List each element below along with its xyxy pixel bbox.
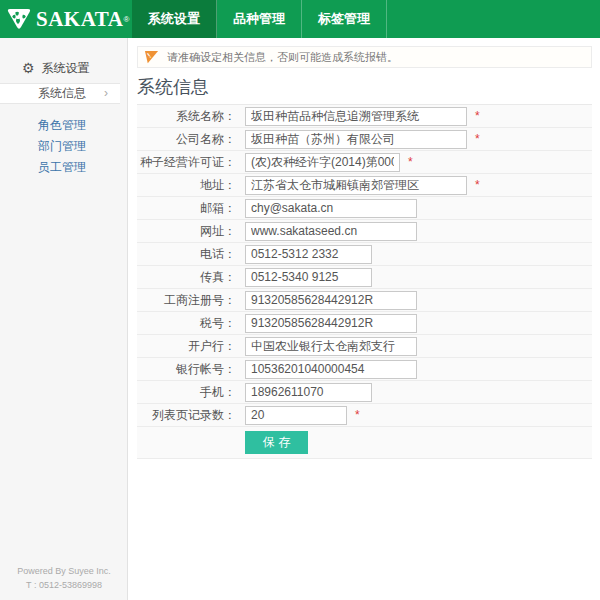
form-row-seed-license: 种子经营许可证： * (137, 151, 592, 174)
field-label: 传真： (137, 269, 241, 286)
top-nav: 系统设置 品种管理 标签管理 (132, 0, 387, 38)
page-title: 系统信息 (137, 77, 592, 98)
form-row-bank-name: 开户行： (137, 335, 592, 358)
business-reg-no-input[interactable] (245, 291, 417, 310)
sidebar-section-header: ⚙ 系统设置 (0, 38, 127, 83)
main-content: ! 请准确设定相关信息，否则可能造成系统报错。 系统信息 系统名称： * 公司名… (129, 38, 600, 600)
fax-input[interactable] (245, 268, 372, 287)
sidebar-links: 角色管理 部门管理 员工管理 (0, 104, 127, 178)
sidebar-item-label: 系统信息 (38, 86, 86, 100)
form-row-page-size: 列表页记录数： * (137, 404, 592, 427)
chevron-right-icon: › (104, 84, 108, 103)
top-header: SAKATA® 系统设置 品种管理 标签管理 (0, 0, 600, 38)
field-label: 电话： (137, 246, 241, 263)
registered-mark: ® (123, 15, 129, 24)
form-row-website: 网址： (137, 220, 592, 243)
form-actions-row: 保 存 (137, 427, 592, 459)
field-label: 公司名称： (137, 131, 241, 148)
form-row-mobile: 手机： (137, 381, 592, 404)
warning-banner: ! 请准确设定相关信息，否则可能造成系统报错。 (137, 46, 592, 68)
required-asterisk: * (408, 155, 413, 169)
form-row-tax-no: 税号： (137, 312, 592, 335)
sidebar-footer: Powered By Suyee Inc. T : 0512-53869998 (0, 565, 128, 592)
field-label: 邮箱： (137, 200, 241, 217)
seed-license-input[interactable] (245, 153, 400, 172)
required-asterisk: * (475, 132, 480, 146)
field-label: 开户行： (137, 338, 241, 355)
tax-no-input[interactable] (245, 314, 417, 333)
sidebar-section-label: 系统设置 (42, 60, 90, 77)
sidebar: ⚙ 系统设置 系统信息 › 角色管理 部门管理 员工管理 Powered By … (0, 38, 128, 600)
email-input[interactable] (245, 199, 417, 218)
required-asterisk: * (475, 109, 480, 123)
tab-system-settings[interactable]: 系统设置 (132, 0, 217, 38)
tab-label-management[interactable]: 标签管理 (302, 0, 387, 38)
sidebar-item-department-management[interactable]: 部门管理 (0, 136, 127, 157)
field-label: 种子经营许可证： (137, 154, 241, 171)
brand-name: SAKATA (36, 9, 123, 30)
website-input[interactable] (245, 222, 417, 241)
system-info-form: 系统名称： * 公司名称： * 种子经营许可证： * 地址： * 邮箱： 网址： (137, 104, 592, 459)
sakata-triangle-icon (6, 6, 32, 32)
form-row-company-name: 公司名称： * (137, 128, 592, 151)
field-label: 银行帐号： (137, 361, 241, 378)
gear-icon: ⚙ (22, 61, 35, 75)
company-name-input[interactable] (245, 130, 467, 149)
sidebar-item-system-info[interactable]: 系统信息 › (0, 83, 120, 104)
system-name-input[interactable] (245, 107, 467, 126)
footer-phone-text: T : 0512-53869998 (0, 579, 128, 593)
phone-input[interactable] (245, 245, 372, 264)
field-label: 列表页记录数： (137, 407, 241, 424)
powered-by-text: Powered By Suyee Inc. (0, 565, 128, 579)
warning-text: 请准确设定相关信息，否则可能造成系统报错。 (167, 50, 398, 65)
form-row-system-name: 系统名称： * (137, 105, 592, 128)
sidebar-item-employee-management[interactable]: 员工管理 (0, 157, 127, 178)
form-row-email: 邮箱： (137, 197, 592, 220)
field-label: 税号： (137, 315, 241, 332)
field-label: 系统名称： (137, 108, 241, 125)
form-row-phone: 电话： (137, 243, 592, 266)
field-label: 手机： (137, 384, 241, 401)
bank-name-input[interactable] (245, 337, 417, 356)
form-row-fax: 传真： (137, 266, 592, 289)
bank-account-input[interactable] (245, 360, 417, 379)
brand-logo: SAKATA® (0, 0, 128, 38)
form-row-address: 地址： * (137, 174, 592, 197)
field-label: 工商注册号： (137, 292, 241, 309)
field-label: 地址： (137, 177, 241, 194)
form-row-business-reg-no: 工商注册号： (137, 289, 592, 312)
sidebar-item-role-management[interactable]: 角色管理 (0, 115, 127, 136)
field-label: 网址： (137, 223, 241, 240)
required-asterisk: * (355, 408, 360, 422)
tab-variety-management[interactable]: 品种管理 (217, 0, 302, 38)
save-button[interactable]: 保 存 (245, 431, 308, 454)
form-row-bank-account: 银行帐号： (137, 358, 592, 381)
required-asterisk: * (475, 178, 480, 192)
page-size-input[interactable] (245, 406, 347, 425)
mobile-input[interactable] (245, 383, 372, 402)
address-input[interactable] (245, 176, 467, 195)
warning-flag-icon: ! (144, 50, 159, 65)
